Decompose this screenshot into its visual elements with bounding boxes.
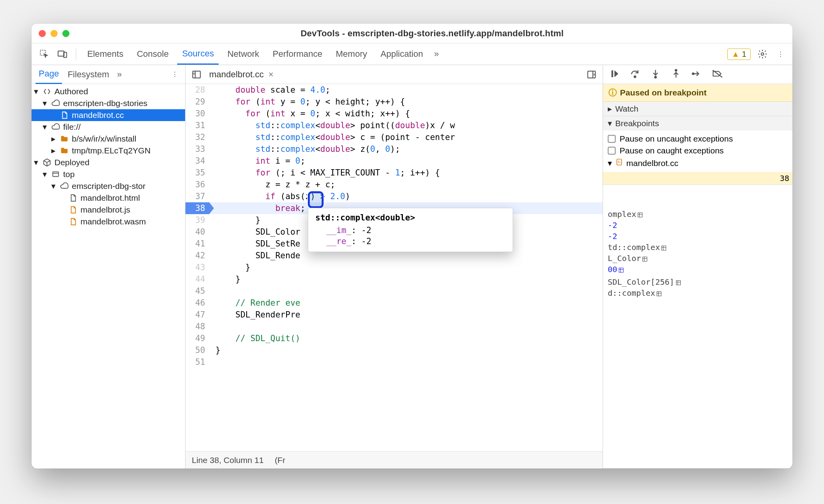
side-more-icon[interactable]: ⋮ <box>169 68 181 81</box>
resume-icon[interactable] <box>609 69 620 80</box>
tree-item[interactable]: mandelbrot.html <box>32 192 185 204</box>
gutter-line[interactable]: 47 <box>185 309 209 321</box>
editor-tab[interactable]: mandelbrot.cc × <box>209 69 273 80</box>
gutter-line[interactable]: 37 <box>185 190 209 202</box>
tree-item[interactable]: ▾ Authored <box>32 86 185 97</box>
pause-caught-checkbox[interactable]: Pause on caught exceptions <box>608 145 788 157</box>
tab-application[interactable]: Application <box>376 44 428 64</box>
breakpoint-file[interactable]: ▾ mandelbrot.cc <box>608 157 788 170</box>
gutter-line[interactable]: 38 <box>185 202 209 214</box>
gutter-line[interactable]: 31 <box>185 119 209 131</box>
tab-elements[interactable]: Elements <box>82 44 128 64</box>
step-over-icon[interactable] <box>630 69 640 80</box>
code-line[interactable]: std::complex<double> c = (point - center <box>209 131 603 143</box>
side-overflow-icon[interactable]: » <box>115 69 124 80</box>
gutter-line[interactable]: 49 <box>185 332 209 344</box>
code-line[interactable] <box>209 321 603 332</box>
pause-uncaught-checkbox[interactable]: Pause on uncaught exceptions <box>608 133 788 145</box>
code-line[interactable] <box>209 356 603 368</box>
gutter-line[interactable]: 41 <box>185 238 209 250</box>
tabs-overflow-icon[interactable]: » <box>432 49 441 59</box>
tree-item[interactable]: ▾Deployed <box>32 157 185 168</box>
gutter-line[interactable]: 50 <box>185 344 209 356</box>
code-line[interactable]: // Render eve <box>209 297 603 309</box>
scope-value[interactable]: d::complex <box>608 287 788 299</box>
warnings-badge[interactable]: ▲1 <box>727 49 751 60</box>
scope-value[interactable]: td::complex <box>608 242 788 253</box>
tab-memory[interactable]: Memory <box>331 44 372 64</box>
code-line[interactable]: for (; i < MAX_ITER_COUNT - 1; i++) { <box>209 167 603 179</box>
watch-section[interactable]: ▸Watch <box>603 102 792 116</box>
navigator-toggle-icon[interactable] <box>189 67 204 82</box>
code-line[interactable] <box>209 285 603 297</box>
tree-item[interactable]: ▾ file:// <box>32 121 185 133</box>
side-tab-filesystem[interactable]: Filesystem <box>64 65 112 84</box>
code-line[interactable]: } <box>209 273 603 285</box>
breakpoints-section[interactable]: ▾Breakpoints <box>603 116 792 131</box>
settings-icon[interactable] <box>756 48 769 60</box>
code-line[interactable]: for (int y = 0; y < height; y++) { <box>209 96 603 108</box>
gutter-line[interactable]: 29 <box>185 96 209 108</box>
code-line[interactable]: std::complex<double> z(0, 0); <box>209 143 603 155</box>
gutter-line[interactable]: 39 <box>185 214 209 226</box>
window-close[interactable] <box>39 30 46 37</box>
scope-value[interactable]: -2 <box>608 231 788 242</box>
scope-value[interactable]: omplex <box>608 209 788 220</box>
scope-value[interactable]: 00 <box>608 264 788 275</box>
deactivate-breakpoints-icon[interactable] <box>712 69 723 80</box>
gutter-line[interactable]: 28 <box>185 84 209 96</box>
tree-item[interactable]: ▸ b/s/w/ir/x/w/install <box>32 133 185 145</box>
tab-network[interactable]: Network <box>223 44 264 64</box>
close-icon[interactable]: × <box>268 69 273 80</box>
debugger-toggle-icon[interactable] <box>584 67 599 82</box>
window-maximize[interactable] <box>62 30 69 37</box>
code-line[interactable]: double scale = 4.0; <box>209 84 603 96</box>
more-icon[interactable]: ⋮ <box>774 48 787 60</box>
device-icon[interactable] <box>55 47 69 61</box>
gutter-line[interactable]: 51 <box>185 356 209 368</box>
code-line[interactable]: // SDL_Quit() <box>209 332 603 344</box>
gutter-line[interactable]: 42 <box>185 250 209 261</box>
tab-sources[interactable]: Sources <box>177 44 219 65</box>
gutter-line[interactable]: 48 <box>185 321 209 332</box>
code-line[interactable]: int i = 0; <box>209 155 603 167</box>
tree-item[interactable]: mandelbrot.js <box>32 204 185 216</box>
code-line[interactable]: SDL_RenderPre <box>209 309 603 321</box>
tree-item[interactable]: mandelbrot.cc <box>32 109 185 121</box>
code-line[interactable]: std::complex<double> point((double)x / w <box>209 119 603 131</box>
scope-value[interactable]: SDL_Color[256] <box>608 276 788 287</box>
code-line[interactable]: if (abs(z) > 2.0) <box>209 190 603 202</box>
tree-item[interactable]: ▸ tmp/tmp.ELcTq2YGN <box>32 145 185 157</box>
tree-item[interactable]: mandelbrot.wasm <box>32 216 185 228</box>
step-out-icon[interactable] <box>671 69 681 80</box>
window-minimize[interactable] <box>51 30 58 37</box>
side-tab-page[interactable]: Page <box>36 65 62 84</box>
code-line[interactable]: } <box>209 261 603 273</box>
gutter-line[interactable]: 36 <box>185 179 209 190</box>
tree-item[interactable]: ▾ top <box>32 168 185 180</box>
gutter-line[interactable]: 35 <box>185 167 209 179</box>
scope-value[interactable]: -2 <box>608 220 788 231</box>
tab-console[interactable]: Console <box>132 44 174 64</box>
scope-value[interactable]: L_Color <box>608 253 788 264</box>
gutter-line[interactable]: 46 <box>185 297 209 309</box>
code-line[interactable]: } <box>209 344 603 356</box>
step-icon[interactable] <box>691 69 702 80</box>
inspect-icon[interactable] <box>37 47 51 61</box>
code-line[interactable]: for (int x = 0; x < width; x++) { <box>209 108 603 119</box>
gutter-line[interactable]: 40 <box>185 226 209 238</box>
code-line[interactable]: z = z * z + c; <box>209 179 603 190</box>
tab-performance[interactable]: Performance <box>268 44 327 64</box>
gutter-line[interactable]: 33 <box>185 143 209 155</box>
step-into-icon[interactable] <box>650 69 661 80</box>
gutter-line[interactable]: 43 <box>185 261 209 273</box>
tree-item[interactable]: ▾ emscripten-dbg-stories <box>32 97 185 109</box>
breakpoint-line[interactable]: 38 <box>603 172 792 185</box>
gutter-line[interactable]: 30 <box>185 108 209 119</box>
gutter-line[interactable]: 34 <box>185 155 209 167</box>
gutter-line[interactable]: 32 <box>185 131 209 143</box>
file-tree[interactable]: ▾ Authored ▾ emscripten-dbg-stories mand… <box>32 84 185 469</box>
gutter-line[interactable]: 45 <box>185 285 209 297</box>
code-editor[interactable]: 28 double scale = 4.0; 29 for (int y = 0… <box>185 84 603 451</box>
tree-item[interactable]: ▾ emscripten-dbg-stor <box>32 180 185 192</box>
